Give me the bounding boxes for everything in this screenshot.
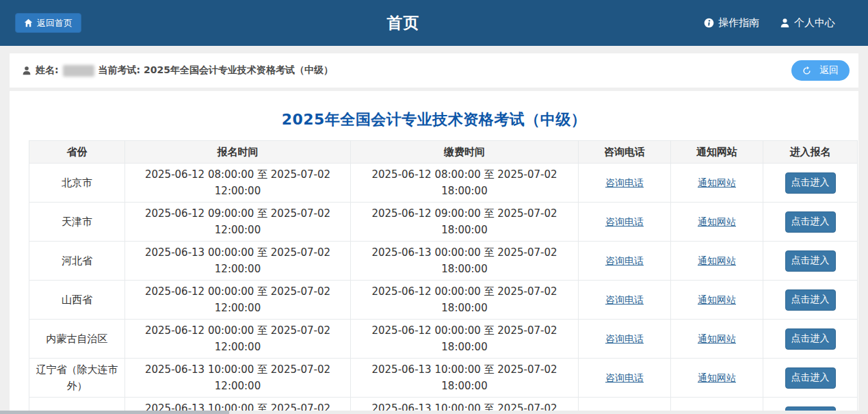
top-navigation-bar: 返回首页 首页 操作指南 个人中心 — [0, 0, 868, 46]
table-row: 北京市2025-06-12 08:00:00 至 2025-07-02 12:0… — [29, 164, 858, 203]
col-header-register-time: 报名时间 — [125, 141, 351, 164]
notice-site-link[interactable]: 通知网站 — [698, 255, 736, 266]
register-time-cell: 2025-06-13 00:00:00 至 2025-07-02 12:00:0… — [145, 246, 330, 275]
register-time-cell: 2025-06-12 08:00:00 至 2025-07-02 12:00:0… — [145, 168, 330, 197]
notice-site-link[interactable]: 通知网站 — [698, 333, 736, 344]
table-row: 山西省2025-06-12 00:00:00 至 2025-07-02 12:0… — [29, 281, 858, 320]
user-icon-small — [22, 66, 31, 75]
province-cell: 辽宁省（除大连市外） — [36, 363, 118, 392]
province-cell: 天津市 — [62, 216, 92, 228]
user-info-bar: 姓名: 当前考试: 2025年全国会计专业技术资格考试（中级） 返回 — [10, 53, 858, 88]
col-header-enter: 进入报名 — [763, 141, 858, 164]
pay-time-cell: 2025-06-12 00:00:00 至 2025-07-02 18:00:0… — [371, 285, 557, 314]
register-time-cell: 2025-06-13 10:00:00 至 2025-07-02 12:00:0… — [145, 363, 330, 392]
personal-center-label: 个人中心 — [794, 16, 835, 29]
pay-time-cell: 2025-06-12 00:00:00 至 2025-07-02 18:00:0… — [371, 324, 557, 353]
province-cell: 河北省 — [62, 255, 92, 267]
current-exam-label: 当前考试: — [98, 64, 141, 77]
register-time-cell: 2025-06-12 00:00:00 至 2025-07-02 12:00:0… — [145, 285, 330, 314]
col-header-phone: 咨询电话 — [579, 141, 671, 164]
notice-site-link[interactable]: 通知网站 — [698, 372, 736, 383]
enter-registration-button[interactable]: 点击进入 — [785, 367, 836, 389]
province-registration-table: 省份 报名时间 缴费时间 咨询电话 通知网站 进入报名 北京市2025-06-1… — [29, 140, 858, 414]
enter-registration-button[interactable]: 点击进入 — [785, 250, 836, 272]
operation-guide-link[interactable]: 操作指南 — [704, 16, 759, 29]
enter-registration-button[interactable]: 点击进入 — [785, 289, 836, 311]
table-row: 天津市2025-06-12 09:00:00 至 2025-07-02 12:0… — [29, 203, 858, 242]
col-header-province: 省份 — [29, 141, 125, 164]
enter-registration-button[interactable]: 点击进入 — [785, 328, 836, 350]
pay-time-cell: 2025-06-12 08:00:00 至 2025-07-02 18:00:0… — [371, 168, 557, 197]
personal-center-link[interactable]: 个人中心 — [780, 16, 835, 29]
consult-phone-link[interactable]: 咨询电话 — [605, 255, 644, 266]
current-exam-value: 2025年全国会计专业技术资格考试（中级） — [144, 64, 333, 77]
refresh-icon — [802, 66, 811, 75]
enter-registration-button[interactable]: 点击进入 — [785, 211, 836, 233]
pay-time-cell: 2025-06-13 10:00:00 至 2025-07-02 18:00:0… — [371, 363, 557, 392]
page-title: 首页 — [0, 12, 806, 34]
consult-phone-link[interactable]: 咨询电话 — [605, 333, 644, 344]
consult-phone-link[interactable]: 咨询电话 — [605, 372, 644, 383]
table-header-row: 省份 报名时间 缴费时间 咨询电话 通知网站 进入报名 — [29, 141, 858, 164]
province-cell: 北京市 — [62, 177, 92, 189]
consult-phone-link[interactable]: 咨询电话 — [605, 177, 644, 188]
consult-phone-link[interactable]: 咨询电话 — [605, 216, 644, 227]
user-icon — [780, 18, 790, 28]
pay-time-cell: 2025-06-13 00:00:00 至 2025-07-02 18:00:0… — [371, 246, 557, 275]
user-name-redacted — [63, 65, 94, 77]
topbar-right-group: 操作指南 个人中心 — [704, 0, 835, 46]
enter-registration-button[interactable]: 点击进入 — [785, 172, 836, 194]
table-row: 内蒙古自治区2025-06-12 00:00:00 至 2025-07-02 1… — [29, 320, 858, 359]
register-time-cell: 2025-06-12 09:00:00 至 2025-07-02 12:00:0… — [145, 207, 330, 236]
horizontal-scrollbar-thumb[interactable] — [0, 411, 229, 414]
notice-site-link[interactable]: 通知网站 — [698, 216, 736, 227]
col-header-site: 通知网站 — [671, 141, 763, 164]
table-row: 辽宁省（除大连市外）2025-06-13 10:00:00 至 2025-07-… — [29, 359, 858, 398]
info-icon — [704, 18, 714, 28]
name-label: 姓名: — [36, 64, 59, 77]
register-time-cell: 2025-06-12 00:00:00 至 2025-07-02 12:00:0… — [145, 324, 330, 353]
notice-site-link[interactable]: 通知网站 — [698, 177, 736, 188]
notice-site-link[interactable]: 通知网站 — [698, 294, 736, 305]
operation-guide-label: 操作指南 — [718, 16, 759, 29]
col-header-pay-time: 缴费时间 — [351, 141, 579, 164]
consult-phone-link[interactable]: 咨询电话 — [605, 294, 644, 305]
horizontal-scrollbar[interactable] — [0, 411, 868, 414]
province-cell: 山西省 — [62, 294, 92, 306]
pay-time-cell: 2025-06-12 09:00:00 至 2025-07-02 18:00:0… — [371, 207, 557, 236]
province-cell: 内蒙古自治区 — [47, 333, 108, 345]
main-content-card: 2025年全国会计专业技术资格考试（中级） 省份 报名时间 缴费时间 咨询电话 … — [10, 91, 858, 414]
return-button[interactable]: 返回 — [791, 60, 850, 81]
exam-title: 2025年全国会计专业技术资格考试（中级） — [29, 109, 839, 130]
table-row: 河北省2025-06-13 00:00:00 至 2025-07-02 12:0… — [29, 242, 858, 281]
return-label: 返回 — [819, 64, 839, 77]
